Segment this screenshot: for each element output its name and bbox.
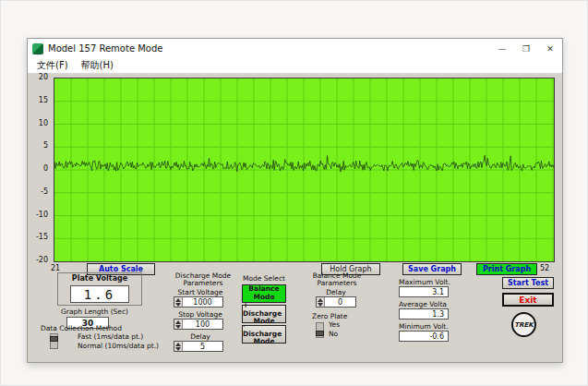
restore-icon[interactable]: ❐ (514, 39, 538, 58)
discharge-delay-input[interactable]: 5 (174, 341, 223, 352)
mode-button-label: Mode (253, 294, 274, 302)
title-bar: Model 157 Remote Mode — ❐ ✕ (28, 39, 562, 58)
maximum-voltage-indicator: 3.1 (399, 286, 449, 297)
menu-bar: 文件(F) 帮助(H) (28, 58, 562, 74)
menu-help[interactable]: 帮助(H) (75, 58, 120, 73)
discharge-delay-value: 5 (183, 343, 222, 351)
y-axis-tick-label: 0 (43, 165, 48, 173)
x-axis-max-label: 52 (540, 264, 549, 272)
y-axis-tick-label: 20 (39, 74, 48, 81)
data-collection-switch[interactable] (50, 333, 58, 349)
spinner-icon[interactable] (174, 297, 183, 307)
zero-plate-yes-option[interactable]: Yes (329, 321, 340, 330)
balance-delay-value: 0 (325, 298, 355, 307)
voltage-trace-plot (54, 78, 554, 261)
y-axis-tick-label: -20 (36, 257, 48, 264)
maximum-voltage-value: 3.1 (400, 288, 448, 296)
mode-button-label: + Discharge (243, 302, 285, 318)
app-icon (32, 43, 43, 54)
graph-length-label: Graph Length (Sec) (61, 308, 128, 317)
spinner-icon[interactable] (174, 342, 183, 351)
y-axis-tick-label: 5 (43, 142, 48, 150)
balance-delay-input[interactable]: 0 (316, 296, 356, 308)
zero-plate-no-option[interactable]: No (329, 331, 338, 339)
plate-voltage-label: Plate Voltage (58, 274, 141, 283)
minimize-icon[interactable]: — (490, 39, 514, 58)
save-graph-button[interactable]: Save Graph (402, 263, 462, 275)
spinner-icon[interactable] (317, 297, 325, 307)
zero-plate-switch[interactable] (316, 322, 324, 338)
mode-button[interactable]: - Discharge Mode (242, 325, 286, 344)
y-axis: 20151050-5-10-15-20 (28, 78, 51, 260)
app-window: Model 157 Remote Mode — ❐ ✕ 文件(F) 帮助(H) … (27, 38, 563, 363)
mode-select-title: Mode Select (238, 275, 290, 283)
discharge-params-title-line2: Parameters (166, 280, 240, 288)
switch-knob-icon (50, 336, 58, 342)
balance-params-title-line2: Parameters (305, 280, 369, 288)
mode-button[interactable]: Balance Mode (242, 284, 286, 303)
exit-button[interactable]: Exit (502, 293, 554, 307)
average-voltage-value: 1.3 (400, 310, 448, 319)
y-axis-tick-label: 10 (39, 120, 48, 127)
print-graph-button[interactable]: Print Graph (476, 263, 537, 275)
mode-button-label: - Discharge (243, 322, 285, 338)
start-test-button[interactable]: Start Test (502, 277, 554, 289)
spinner-icon[interactable] (174, 320, 183, 329)
window-title: Model 157 Remote Mode (48, 43, 490, 54)
start-voltage-input[interactable]: 1000 (174, 296, 223, 308)
stop-voltage-input[interactable]: 100 (174, 319, 223, 330)
y-axis-tick-label: -15 (36, 234, 48, 241)
data-collection-fast-option[interactable]: Fast (1ms/data pt.) (78, 333, 143, 342)
x-axis-min-label: 21 (51, 264, 60, 272)
mode-button-label: Mode (253, 338, 274, 346)
y-axis-tick-label: -10 (36, 211, 48, 219)
plate-voltage-value: 1.6 (70, 285, 129, 303)
voltage-graph (54, 78, 555, 262)
y-axis-tick-label: 15 (39, 97, 48, 104)
trek-logo: TREK (511, 312, 536, 337)
mode-button[interactable]: + Discharge Mode (242, 305, 286, 323)
data-collection-normal-option[interactable]: Normal (10ms/data pt.) (78, 343, 159, 351)
y-axis-tick-label: -5 (41, 188, 48, 196)
switch-knob-icon (316, 331, 324, 336)
start-voltage-value: 1000 (183, 298, 222, 307)
client-area: 20151050-5-10-15-20 21 52 Auto Scale Hol… (28, 74, 562, 362)
stop-voltage-value: 100 (183, 320, 222, 329)
average-voltage-indicator: 1.3 (399, 308, 449, 320)
minimum-voltage-indicator: -0.6 (399, 331, 449, 342)
minimum-voltage-value: -0.6 (400, 332, 448, 341)
close-icon[interactable]: ✕ (538, 39, 562, 58)
menu-file[interactable]: 文件(F) (30, 58, 75, 73)
plate-voltage-group: Plate Voltage 1.6 (57, 272, 142, 306)
